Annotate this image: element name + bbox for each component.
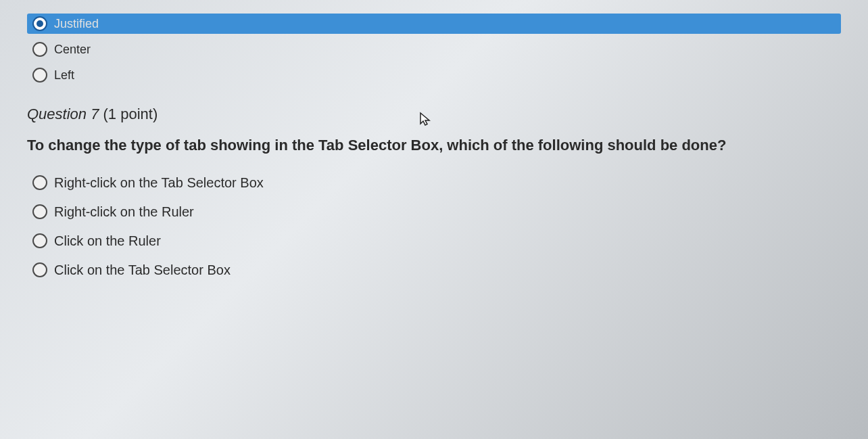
- question-header: Question 7 (1 point): [27, 106, 841, 123]
- question-prompt: To change the type of tab showing in the…: [27, 135, 771, 156]
- question-number: Question 7: [27, 106, 99, 122]
- radio-option[interactable]: Click on the Tab Selector Box: [27, 260, 841, 281]
- previous-question-options: Justified Center Left: [27, 14, 841, 85]
- radio-option-left[interactable]: Left: [27, 65, 841, 85]
- radio-icon: [32, 204, 47, 219]
- question-block: Question 7 (1 point) To change the type …: [27, 106, 841, 281]
- option-label: Click on the Tab Selector Box: [54, 262, 231, 278]
- radio-option[interactable]: Right-click on the Tab Selector Box: [27, 172, 841, 193]
- option-label: Right-click on the Ruler: [54, 204, 194, 220]
- radio-option-center[interactable]: Center: [27, 39, 841, 60]
- radio-icon: [32, 175, 47, 190]
- radio-option-justified[interactable]: Justified: [27, 14, 841, 34]
- radio-option[interactable]: Right-click on the Ruler: [27, 202, 841, 223]
- radio-icon: [32, 233, 47, 248]
- radio-option[interactable]: Click on the Ruler: [27, 231, 841, 252]
- radio-icon: [32, 42, 47, 57]
- option-label: Justified: [54, 17, 99, 31]
- radio-icon: [32, 262, 47, 277]
- option-label: Center: [54, 43, 91, 57]
- option-label: Left: [54, 68, 74, 83]
- answer-options: Right-click on the Tab Selector Box Righ…: [27, 172, 841, 281]
- option-label: Right-click on the Tab Selector Box: [54, 175, 264, 191]
- option-label: Click on the Ruler: [54, 233, 161, 249]
- question-points: (1 point): [103, 106, 158, 122]
- radio-icon: [32, 68, 47, 83]
- radio-icon: [32, 16, 47, 31]
